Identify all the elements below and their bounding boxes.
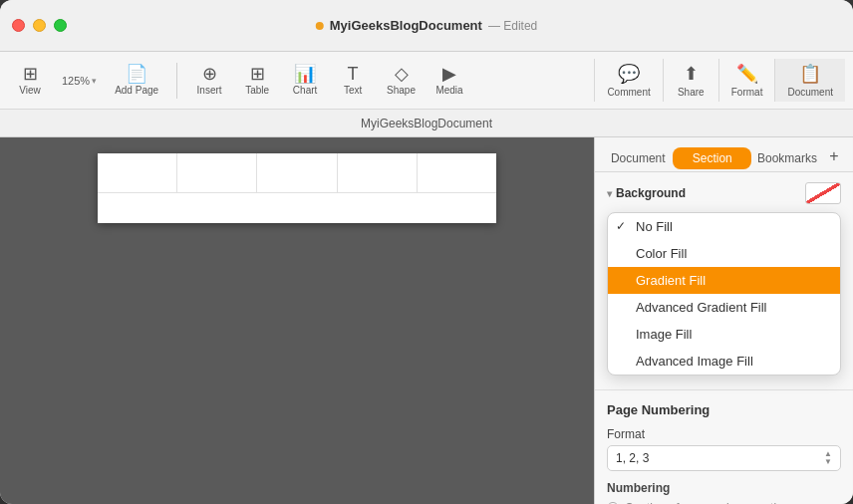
canvas-area[interactable] xyxy=(0,137,594,504)
page-numbering-section: Page Numbering Format 1, 2, 3 ▲ ▼ Number… xyxy=(595,390,853,504)
fill-option-color-fill[interactable]: Color Fill xyxy=(608,240,840,267)
toolbar-left-group: ⊞ View 125% ▾ 📄 Add Page ⊕ Insert ⊞ Tabl… xyxy=(8,61,471,100)
share-button[interactable]: ⬆ Share xyxy=(663,59,718,102)
format-label: Format xyxy=(607,427,841,441)
app-window: MyiGeeksBlogDocument — Edited ⊞ View 125… xyxy=(0,0,853,504)
format-label: Format xyxy=(731,87,763,98)
fill-option-advanced-image-fill[interactable]: Advanced Image Fill xyxy=(608,348,840,375)
page-cell-5 xyxy=(418,153,496,192)
document-tabbar: MyiGeeksBlogDocument xyxy=(0,110,853,137)
media-label: Media xyxy=(435,85,462,96)
page-cell-4 xyxy=(338,153,418,192)
fill-option-gradient-fill[interactable]: Gradient Fill xyxy=(608,267,840,294)
table-button[interactable]: ⊞ Table xyxy=(235,61,279,100)
document-icon: 📋 xyxy=(799,63,821,85)
right-panel: Document Section Bookmarks + ▾ Backgroun… xyxy=(594,137,853,504)
add-panel-button[interactable]: + xyxy=(823,145,845,167)
page-header-row xyxy=(98,153,496,193)
fill-option-image-fill[interactable]: Image Fill xyxy=(608,321,840,348)
titlebar: MyiGeeksBlogDocument — Edited xyxy=(0,0,853,52)
comment-label: Comment xyxy=(607,87,650,98)
chart-icon: 📊 xyxy=(294,65,316,83)
tab-section[interactable]: Section xyxy=(673,147,750,169)
text-label: Text xyxy=(344,85,362,96)
add-page-icon: 📄 xyxy=(126,65,147,83)
tab-document[interactable]: Document xyxy=(603,146,673,170)
no-color-slash-icon xyxy=(806,183,840,203)
tab-bookmarks[interactable]: Bookmarks xyxy=(751,146,823,170)
comment-icon: 💬 xyxy=(618,63,640,85)
toolbar-right-group: 💬 Comment ⬆ Share ✏️ Format 📋 Document xyxy=(594,59,845,102)
media-button[interactable]: ▶ Media xyxy=(427,61,471,100)
fill-option-advanced-gradient-fill[interactable]: Advanced Gradient Fill xyxy=(608,294,840,321)
shape-label: Shape xyxy=(387,85,416,96)
add-page-label: Add Page xyxy=(115,85,158,96)
numbering-label: Numbering xyxy=(607,481,841,495)
document-label: Document xyxy=(787,87,833,98)
traffic-lights xyxy=(12,19,67,32)
share-label: Share xyxy=(678,87,705,98)
background-section: ▾ Background No Fill Color Fill xyxy=(595,172,853,390)
text-button[interactable]: T Text xyxy=(331,61,375,100)
edited-label: — Edited xyxy=(488,19,537,33)
view-button[interactable]: ⊞ View xyxy=(8,61,52,100)
document-title: MyiGeeksBlogDocument xyxy=(330,18,482,33)
toolbar-divider-1 xyxy=(176,63,177,99)
format-button[interactable]: ✏️ Format xyxy=(718,59,775,102)
comment-button[interactable]: 💬 Comment xyxy=(594,59,662,102)
edit-indicator xyxy=(316,22,324,30)
insert-icon: ⊕ xyxy=(202,65,217,83)
tab-document-title: MyiGeeksBlogDocument xyxy=(361,117,492,130)
page-cell-2 xyxy=(177,153,257,192)
page-numbering-title: Page Numbering xyxy=(607,402,841,417)
add-page-button[interactable]: 📄 Add Page xyxy=(107,61,166,100)
view-icon: ⊞ xyxy=(23,65,38,83)
page-cell-3 xyxy=(257,153,337,192)
table-label: Table xyxy=(245,85,269,96)
fill-option-no-fill[interactable]: No Fill xyxy=(608,213,840,240)
zoom-button[interactable]: 125% ▾ xyxy=(56,71,103,91)
document-page xyxy=(98,153,496,223)
chart-label: Chart xyxy=(293,85,317,96)
window-title: MyiGeeksBlogDocument — Edited xyxy=(316,18,538,33)
close-button[interactable] xyxy=(12,19,25,32)
background-color-swatch[interactable] xyxy=(805,182,841,204)
chart-button[interactable]: 📊 Chart xyxy=(283,61,327,100)
text-icon: T xyxy=(348,65,359,83)
main-area: Document Section Bookmarks + ▾ Backgroun… xyxy=(0,137,853,504)
share-icon: ⬆ xyxy=(684,63,699,85)
background-title: ▾ Background xyxy=(607,186,686,200)
zoom-value: 125% xyxy=(62,75,90,87)
minimize-button[interactable] xyxy=(33,19,46,32)
document-button[interactable]: 📋 Document xyxy=(774,59,845,102)
panel-tabs: Document Section Bookmarks + xyxy=(595,137,853,172)
maximize-button[interactable] xyxy=(54,19,67,32)
table-icon: ⊞ xyxy=(250,65,265,83)
format-select-arrows-icon: ▲ ▼ xyxy=(824,450,832,466)
view-label: View xyxy=(19,85,41,96)
media-icon: ▶ xyxy=(442,65,456,83)
fill-dropdown-menu: No Fill Color Fill Gradient Fill Advance… xyxy=(607,212,841,376)
insert-button[interactable]: ⊕ Insert xyxy=(187,61,231,100)
format-select[interactable]: 1, 2, 3 ▲ ▼ xyxy=(607,445,841,471)
toolbar: ⊞ View 125% ▾ 📄 Add Page ⊕ Insert ⊞ Tabl… xyxy=(0,52,853,110)
page-cell-1 xyxy=(98,153,177,192)
shape-icon: ◇ xyxy=(395,65,409,83)
insert-label: Insert xyxy=(197,85,222,96)
background-chevron-icon: ▾ xyxy=(607,188,612,199)
format-icon: ✏️ xyxy=(736,63,758,85)
fill-type-dropdown: No Fill Color Fill Gradient Fill Advance… xyxy=(607,212,841,376)
shape-button[interactable]: ◇ Shape xyxy=(379,61,424,100)
background-header: ▾ Background xyxy=(607,182,841,204)
zoom-chevron-icon: ▾ xyxy=(92,76,97,86)
